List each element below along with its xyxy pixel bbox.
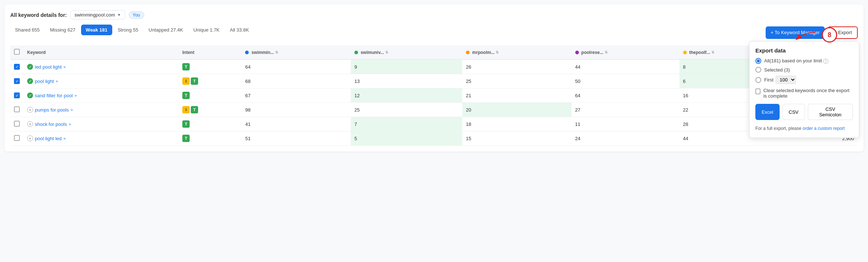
mrpoolm-col-header[interactable]: mrpoolm... ⇅: [462, 46, 572, 59]
mrpoolm-dot: [466, 51, 470, 54]
chevrons-4: »: [69, 122, 71, 126]
csv-semicolon-button[interactable]: CSV Semicolon: [808, 104, 853, 120]
swimuniv-dot: [354, 51, 358, 54]
thepoolf-dot: [683, 51, 687, 54]
poolrese-col-header[interactable]: poolrese... ⇅: [572, 46, 679, 59]
cell-2-row-4: 18: [462, 117, 572, 131]
row-checkbox-2[interactable]: ✓: [14, 92, 20, 98]
clear-checkbox[interactable]: [755, 88, 761, 94]
cell-2-row-0: 26: [462, 59, 572, 74]
row-checkbox-1[interactable]: ✓: [14, 78, 20, 84]
tab-unique[interactable]: Unique 1.7K: [189, 25, 225, 35]
poolrese-dot: [575, 51, 579, 54]
cell-3-row-1: 50: [572, 74, 679, 88]
cell-0-row-1: 68: [241, 74, 351, 88]
keyword-link-0[interactable]: ✓led pool light »: [27, 64, 175, 70]
chevrons-3: »: [71, 108, 73, 112]
keyword-link-3[interactable]: +pumps for pools »: [27, 107, 175, 113]
select-all-checkbox[interactable]: [14, 49, 20, 55]
keyword-manager-button[interactable]: + To Keyword Manager: [766, 26, 825, 39]
sort-icon-2: ⇅: [385, 50, 388, 54]
first-count-select[interactable]: 100 200 500: [776, 76, 796, 84]
table-row: ✓✓led pool light »T649264486,600: [10, 59, 858, 74]
select-all-header[interactable]: [10, 46, 23, 59]
export-dropdown-title: Export data: [755, 47, 853, 54]
clear-keywords-option[interactable]: Clear selected keywords once the export …: [755, 88, 853, 99]
domain-selector[interactable]: swimmingpool.com ▼: [70, 10, 125, 19]
cell-0-row-3: 98: [241, 103, 351, 117]
radio-selected[interactable]: [755, 67, 761, 73]
cell-2-row-1: 25: [462, 74, 572, 88]
custom-report-link[interactable]: order a custom report: [803, 126, 845, 131]
cell-1-row-5: 5: [351, 131, 462, 146]
tab-all[interactable]: All 33.8K: [225, 25, 254, 35]
status-icon-0: ✓: [27, 64, 33, 70]
info-icon[interactable]: i: [823, 59, 828, 64]
intent-badge-T-1: T: [191, 77, 198, 85]
keyword-text-3: pumps for pools: [35, 107, 69, 113]
cell-3-row-5: 24: [572, 131, 679, 146]
domain-name: swimmingpool.com: [74, 12, 115, 18]
cell-0-row-0: 64: [241, 59, 351, 74]
chevrons-2: »: [74, 93, 77, 98]
export-option-selected[interactable]: Selected (3): [755, 67, 853, 73]
keyword-link-4[interactable]: +shock for pools »: [27, 121, 175, 127]
excel-button[interactable]: Excel: [755, 104, 780, 120]
radio-all[interactable]: [755, 58, 761, 64]
you-badge: You: [129, 11, 144, 19]
status-icon-3: +: [27, 107, 33, 113]
keyword-text-1: pool light: [35, 79, 54, 84]
keyword-text-5: pool light led: [35, 136, 62, 141]
cell-1-row-1: 13: [351, 74, 462, 88]
swimuniv-col-header[interactable]: swimuniv... ⇅: [351, 46, 462, 59]
export-footer: For a full export, please order a custom…: [755, 125, 853, 132]
row-checkbox-4[interactable]: [14, 121, 20, 127]
cell-3-row-3: 27: [572, 103, 679, 117]
tab-untapped[interactable]: Untapped 27.4K: [144, 25, 188, 35]
row-checkbox-3[interactable]: [14, 106, 20, 112]
keyword-link-1[interactable]: ✓pool light »: [27, 78, 175, 84]
cell-3-row-2: 64: [572, 88, 679, 103]
keyword-link-5[interactable]: +pool light led »: [27, 135, 175, 141]
status-icon-5: +: [27, 135, 33, 141]
keyword-link-2[interactable]: ✓sand filter for pool »: [27, 92, 175, 98]
filter-tabs: Shared 655Missing 627Weak 181Strong 55Un…: [10, 25, 254, 35]
chevrons-0: »: [63, 65, 66, 69]
swimmin-dot: [245, 51, 249, 54]
intent-badge-T-0: T: [182, 63, 190, 70]
status-icon-2: ✓: [27, 92, 33, 98]
tab-missing[interactable]: Missing 627: [45, 25, 80, 35]
radio-first[interactable]: [755, 77, 761, 83]
csv-button[interactable]: CSV: [783, 104, 805, 120]
table-row: +pumps for pools »IT98252027223,600: [10, 103, 858, 117]
intent-badge-T-4: T: [182, 120, 190, 128]
export-option-all[interactable]: All(181) based on your limit i: [755, 58, 853, 64]
page-title: All keyword details for:: [10, 12, 67, 18]
export-option-first[interactable]: First 100 200 500: [755, 76, 853, 84]
cell-3-row-0: 44: [572, 59, 679, 74]
cell-2-row-5: 15: [462, 131, 572, 146]
export-dropdown: Export data All(181) based on your limit…: [749, 41, 859, 138]
row-checkbox-5[interactable]: [14, 135, 20, 141]
row-checkbox-0[interactable]: ✓: [14, 64, 20, 70]
sort-icon: ⇅: [275, 50, 278, 54]
cell-1-row-3: 25: [351, 103, 462, 117]
table-row: +shock for pools »T4171811283,600: [10, 117, 858, 131]
tab-shared[interactable]: Shared 655: [10, 25, 44, 35]
export-label: Export: [838, 30, 852, 35]
tab-strong[interactable]: Strong 55: [113, 25, 143, 35]
intent-badge-T-3: T: [191, 106, 198, 113]
cell-0-row-2: 67: [241, 88, 351, 103]
table-row: +pool light led »T5151524442,900: [10, 131, 858, 146]
cell-2-row-2: 21: [462, 88, 572, 103]
status-icon-1: ✓: [27, 78, 33, 84]
tab-weak[interactable]: Weak 181: [81, 25, 112, 35]
swimmin-col-header[interactable]: swimmin... ⇅: [241, 46, 351, 59]
export-selected-label: Selected (3): [764, 67, 790, 73]
export-all-label: All(181) based on your limit i: [764, 58, 828, 64]
cell-1-row-4: 7: [351, 117, 462, 131]
chevron-down-icon: ▼: [117, 13, 121, 17]
keyword-text-2: sand filter for pool: [35, 93, 73, 98]
keyword-table: Keyword Intent swimmin... ⇅: [10, 46, 858, 146]
chevrons-1: »: [56, 79, 58, 83]
